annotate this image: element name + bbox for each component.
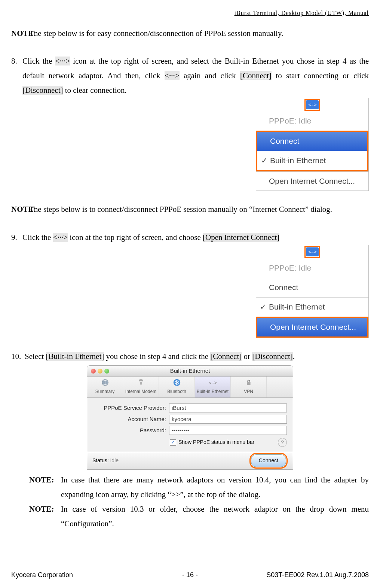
note-label: NOTE: bbox=[11, 26, 29, 41]
menu-item-idle: PPPoE: Idle bbox=[256, 112, 368, 131]
globe-icon bbox=[101, 378, 109, 387]
account-field[interactable]: kyocera bbox=[169, 415, 287, 424]
tab-modem[interactable]: Internal Modem bbox=[123, 377, 159, 397]
hl-icon: <···> bbox=[165, 71, 179, 80]
hl-disconnect: [Disconnect] bbox=[252, 352, 292, 361]
step-8-body: Click the <···> icon at the top right of… bbox=[22, 54, 369, 98]
password-field[interactable]: ••••••••• bbox=[169, 426, 287, 435]
menu-item-open-ic: Open Internet Connect... bbox=[256, 171, 368, 191]
tab-ethernet[interactable]: <··> Built-in Ethernet bbox=[195, 377, 231, 397]
tab-vpn[interactable]: VPN bbox=[231, 377, 267, 397]
menu-screenshot-1: <···> PPPoE: Idle Connect Built-in Ether… bbox=[256, 98, 369, 191]
menubar-pppoe-icon: <···> bbox=[306, 100, 319, 109]
show-status-label: Show PPPoE status in menu bar bbox=[178, 438, 254, 447]
step-10-num: 10. bbox=[11, 349, 25, 364]
page-number: - 16 - bbox=[11, 569, 369, 581]
hl-open-ic: [Open Internet Connect] bbox=[203, 233, 279, 242]
note-label: NOTE: bbox=[29, 473, 61, 502]
menu-screenshot-2: <···> PPPoE: Idle Connect Built-in Ether… bbox=[256, 245, 369, 338]
note2-body: The steps below is to connect/disconnect… bbox=[29, 202, 369, 217]
tab-summary[interactable]: Summary bbox=[87, 377, 123, 397]
tab-bluetooth[interactable]: Bluetooth bbox=[159, 377, 195, 397]
note4-body: In case of version 10.3 or older, choose… bbox=[61, 502, 369, 531]
menu-item-idle: PPPoE: Idle bbox=[256, 259, 368, 278]
step-8-num: 8. bbox=[11, 54, 22, 98]
step-9-num: 9. bbox=[11, 230, 22, 245]
lock-icon bbox=[245, 378, 253, 387]
note-label: NOTE: bbox=[11, 202, 29, 217]
provider-field[interactable]: iBurst bbox=[169, 403, 287, 412]
hl-icon: <···> bbox=[53, 233, 68, 242]
menu-item-ethernet: Built-in Ethernet bbox=[256, 151, 368, 171]
menu-item-connect: Connect bbox=[256, 278, 368, 297]
internet-connect-window: Built-in Ethernet Summary Internal Modem… bbox=[87, 365, 293, 470]
hl-connect: [Connect] bbox=[240, 71, 272, 80]
provider-label: PPPoE Service Provider: bbox=[93, 403, 169, 413]
hl-builtin: [Built-in Ethernet] bbox=[46, 352, 104, 361]
step-9-body: Click the <···> icon at the top right of… bbox=[22, 230, 369, 245]
note3-body: In case that there are many network adap… bbox=[61, 473, 369, 502]
menu-item-ethernet: Built-in Ethernet bbox=[256, 297, 368, 317]
svg-text:<··>: <··> bbox=[209, 380, 217, 386]
hl-connect: [Connect] bbox=[210, 352, 242, 361]
connect-button[interactable]: Connect bbox=[251, 454, 286, 467]
hl-icon: <···> bbox=[55, 57, 70, 65]
hl-disconnect: [Disconnect] bbox=[22, 86, 63, 95]
account-label: Account Name: bbox=[93, 414, 169, 424]
password-label: Password: bbox=[93, 425, 169, 436]
page-header: iBurst Terminal, Desktop Model (UTW), Ma… bbox=[11, 7, 369, 19]
note-label: NOTE: bbox=[29, 502, 61, 531]
help-icon[interactable]: ? bbox=[278, 438, 287, 447]
status-value: Idle bbox=[110, 456, 119, 466]
window-title: Built-in Ethernet bbox=[87, 366, 293, 376]
status-label: Status: bbox=[92, 456, 109, 466]
phone-icon bbox=[137, 378, 145, 387]
menu-item-connect: Connect bbox=[256, 131, 368, 151]
show-status-checkbox[interactable]: ✓ bbox=[170, 439, 176, 446]
menu-item-open-ic: Open Internet Connect... bbox=[256, 317, 368, 338]
bluetooth-icon bbox=[173, 378, 181, 387]
note1-body: The step below is for easy connection/di… bbox=[29, 26, 369, 41]
ethernet-icon: <··> bbox=[209, 378, 217, 387]
svg-rect-3 bbox=[247, 382, 250, 385]
step-10-body: Select [Built-in Ethernet] you chose in … bbox=[25, 349, 369, 364]
menubar-pppoe-icon: <···> bbox=[306, 247, 319, 256]
